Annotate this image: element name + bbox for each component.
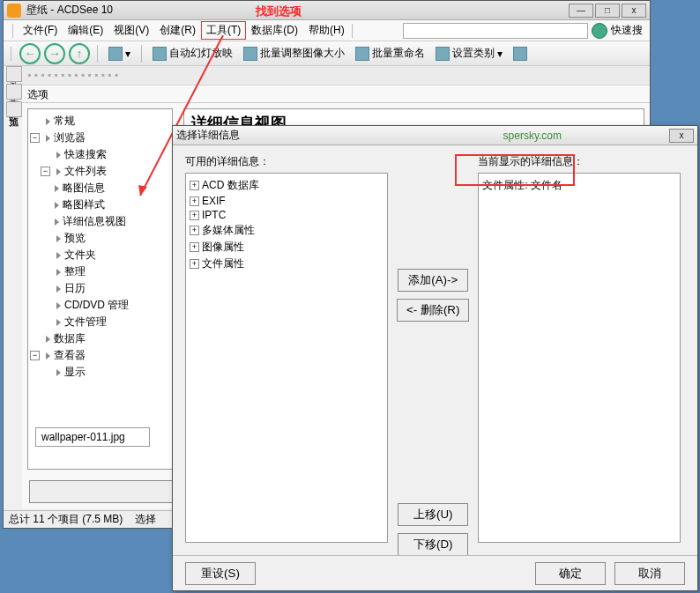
slideshow-icon [153,47,167,61]
menu-help[interactable]: 帮助(H) [303,21,350,40]
menubar: 文件(F) 编辑(E) 视图(V) 创建(R) 工具(T) 数据库(D) 帮助(… [4,20,650,41]
auto-slideshow-button[interactable]: 自动幻灯放映 [149,44,236,63]
app-icon [7,4,21,18]
tree-detail-view[interactable]: 详细信息视图 [63,214,126,229]
reset-button[interactable]: 重设(S) [185,562,256,585]
tree-organize[interactable]: 整理 [64,264,86,279]
side-tabs: 文件夹 收藏夹 预览 [6,66,22,119]
up-button[interactable]: ↑ [69,43,90,64]
misc-button[interactable] [510,45,531,63]
tree-file-list[interactable]: 文件列表 [64,164,107,179]
ok-button[interactable]: 确定 [535,562,606,585]
tree-viewer[interactable]: 查看器 [54,348,86,363]
rename-icon [355,47,369,61]
forward-button[interactable]: → [44,43,65,64]
watermark: spersky.com [503,130,562,142]
batch-resize-button[interactable]: 批量调整图像大小 [240,44,348,63]
cancel-button[interactable]: 取消 [614,562,685,585]
expand-icon[interactable]: + [190,211,199,220]
tree-general[interactable]: 常规 [54,114,75,129]
tree-browser[interactable]: 浏览器 [54,130,86,145]
dialog-title: 选择详细信息 [176,128,240,143]
set-category-button[interactable]: 设置类别▾ [432,44,506,63]
move-down-button[interactable]: 下移(D) [398,533,468,556]
select-detail-dialog: 选择详细信息 spersky.com x 可用的详细信息： +ACD 数据库 +… [172,125,698,591]
menu-tools[interactable]: 工具(T) [201,21,246,40]
options-tree[interactable]: 常规 −浏览器 快速搜索 −文件列表 略图信息 略图样式 详细信息视图 预览 文… [27,108,173,470]
dialog-close-button[interactable]: x [669,129,694,143]
menu-edit[interactable]: 编辑(E) [63,21,108,40]
add-button[interactable]: 添加(A)-> [398,269,468,292]
list-item: +文件属性 [190,256,384,272]
tree-file-mgmt[interactable]: 文件管理 [64,315,107,330]
side-tab-folder[interactable]: 文件夹 [6,66,22,82]
menu-create[interactable]: 创建(R) [154,21,201,40]
status-selected: 选择 [135,512,156,527]
options-label: 选项 [22,85,650,103]
menu-file[interactable]: 文件(F) [18,21,63,40]
tree-preview[interactable]: 预览 [64,231,86,246]
annotation-highlight-box [455,154,575,186]
quick-search-input[interactable] [403,23,588,39]
resize-icon [243,47,257,61]
collapse-icon[interactable]: − [41,167,50,176]
available-label: 可用的详细信息： [185,154,388,169]
close-button[interactable]: x [622,4,646,18]
expand-icon[interactable]: + [190,181,199,190]
current-listbox[interactable]: 文件属性: 文件名 [478,173,681,543]
toolbar: ← → ↑ ▾ 自动幻灯放映 批量调整图像大小 批量重命名 设置类别▾ [4,41,650,66]
move-up-button[interactable]: 上移(U) [398,503,468,526]
expand-icon[interactable]: + [190,226,199,235]
collapse-icon[interactable]: − [30,351,40,360]
expand-icon[interactable]: + [190,242,199,252]
collapse-icon[interactable]: − [30,133,40,143]
tree-display[interactable]: 显示 [64,365,86,380]
tree-quick-search[interactable]: 快速搜索 [64,147,107,162]
dialog-footer: 重设(S) 确定 取消 [173,555,697,590]
expand-icon[interactable]: + [190,196,199,206]
side-tab-favorites[interactable]: 收藏夹 [6,84,22,100]
status-total: 总计 11 个项目 (7.5 MB) [9,512,123,527]
menu-view[interactable]: 视图(V) [108,21,154,40]
remove-button[interactable]: <- 删除(R) [397,299,469,322]
thumbnail-filename[interactable]: wallpaper-011.jpg [35,427,150,447]
menu-database[interactable]: 数据库(D) [246,21,303,40]
available-listbox[interactable]: +ACD 数据库 +EXIF +IPTC +多媒体属性 +图像属性 +文件属性 [185,173,388,543]
tree-database[interactable]: 数据库 [54,331,86,346]
tree-thumb-info[interactable]: 略图信息 [63,181,105,196]
list-item: +IPTC [190,208,384,222]
list-item: +ACD 数据库 [190,177,384,194]
batch-rename-button[interactable]: 批量重命名 [352,44,428,63]
quick-search-label: 快速搜 [611,23,643,38]
tree-folder[interactable]: 文件夹 [64,248,96,263]
maximize-button[interactable]: □ [595,4,620,18]
dialog-titlebar: 选择详细信息 spersky.com x [173,126,697,145]
list-item: +多媒体属性 [190,222,384,239]
tree-cd-dvd[interactable]: CD/DVD 管理 [64,298,129,313]
tree-calendar[interactable]: 日历 [64,281,86,296]
misc-icon [513,47,527,61]
import-icon [108,47,123,61]
main-titlebar: 壁纸 - ACDSee 10 — □ x [4,1,650,20]
tree-thumb-style[interactable]: 略图样式 [63,197,105,212]
side-tab-preview[interactable]: 预览 [6,101,22,117]
list-item: +EXIF [190,194,384,208]
back-button[interactable]: ← [19,43,41,64]
blurred-toolbar-row: ▪ ▪ ▪ ▪ ▪ ▪ ▪ ▪ ▪ ▪ ▪ ▪ ▪ ▪ [22,66,650,85]
expand-icon[interactable]: + [190,259,199,269]
minimize-button[interactable]: — [569,4,593,18]
category-icon [436,47,450,61]
list-item: +图像属性 [190,239,384,256]
go-button[interactable] [592,23,607,39]
import-button[interactable]: ▾ [105,45,134,63]
annotation-label: 找到选项 [256,4,302,19]
